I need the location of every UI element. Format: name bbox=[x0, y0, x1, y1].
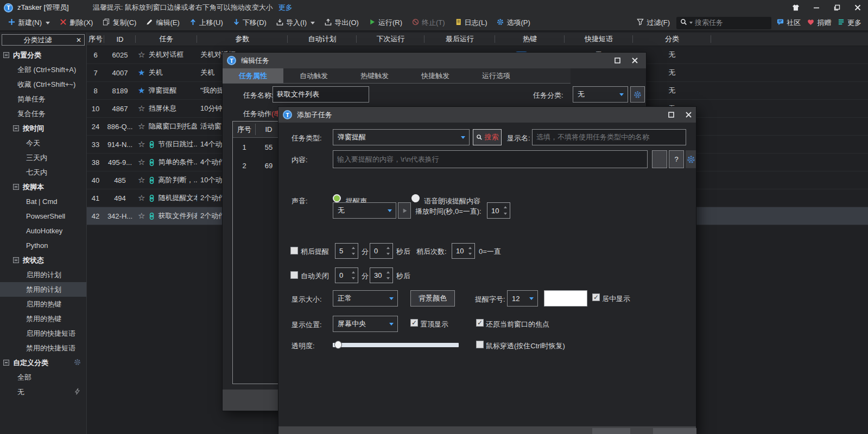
subtask-dialog-maximize-button[interactable] bbox=[665, 110, 677, 120]
play-sound-button[interactable] bbox=[398, 202, 411, 219]
sound-tts-radio[interactable] bbox=[411, 194, 420, 202]
sidebar-item-全部[interactable]: 全部 bbox=[0, 370, 86, 385]
toolbar-export-button[interactable]: 导出(O) bbox=[320, 15, 364, 30]
favorite-star-icon[interactable]: ☆ bbox=[138, 157, 145, 167]
display-size-dropdown[interactable]: 正常 bbox=[333, 290, 398, 307]
center-display-checkbox[interactable]: ✓ bbox=[592, 293, 600, 301]
collapse-icon[interactable] bbox=[3, 52, 9, 58]
sidebar-item-自定义分类[interactable]: 自定义分类 bbox=[0, 355, 86, 370]
toolbar-stop-button[interactable]: 终止(T) bbox=[407, 15, 450, 30]
minimize-button[interactable] bbox=[806, 0, 827, 15]
sidebar-item-按状态[interactable]: 按状态 bbox=[0, 253, 86, 267]
favorite-star-icon[interactable]: ☆ bbox=[138, 211, 145, 221]
column-header-下次运行[interactable]: 下次运行 bbox=[357, 33, 425, 46]
sidebar-item-收藏-Ctrl-Shift-[interactable]: 收藏 (Ctrl+Shift+~) bbox=[0, 77, 86, 92]
toolbar-more-button[interactable]: 更多 bbox=[834, 18, 865, 28]
mouse-through-checkbox[interactable] bbox=[476, 341, 484, 348]
favorite-star-icon[interactable]: ☆ bbox=[138, 122, 145, 131]
content-extra-button[interactable] bbox=[652, 150, 667, 168]
content-help-button[interactable]: ? bbox=[669, 150, 684, 168]
tip-more-link[interactable]: 更多 bbox=[278, 3, 293, 12]
sidebar-item-七天内[interactable]: 七天内 bbox=[0, 165, 86, 180]
tab-运行选项[interactable]: 运行选项 bbox=[466, 68, 527, 83]
column-header-ID[interactable]: ID bbox=[104, 33, 136, 46]
sidebar-item-简单任务[interactable]: 简单任务 bbox=[0, 92, 86, 106]
footer-button[interactable] bbox=[653, 428, 696, 434]
actions-column-序号[interactable]: 序号 bbox=[233, 122, 256, 137]
column-header-自动计划[interactable]: 自动计划 bbox=[288, 33, 357, 46]
collapse-icon[interactable] bbox=[13, 125, 19, 131]
autoclose-min-spinner[interactable]: 0 bbox=[335, 267, 358, 283]
sidebar-item-按脚本[interactable]: 按脚本 bbox=[0, 180, 86, 194]
opacity-slider-thumb[interactable] bbox=[334, 341, 342, 349]
tab-任务属性[interactable]: 任务属性 bbox=[223, 68, 283, 83]
sidebar-item-启用的热键[interactable]: 启用的热键 bbox=[0, 297, 86, 311]
tab-自动触发[interactable]: 自动触发 bbox=[283, 68, 344, 83]
sidebar-item-内置分类[interactable]: 内置分类 bbox=[0, 48, 86, 62]
collapse-icon[interactable] bbox=[13, 184, 19, 190]
autoclose-sec-spinner[interactable]: 30 bbox=[370, 267, 393, 283]
theme-icon[interactable] bbox=[785, 0, 806, 15]
search-type-button[interactable]: 搜索 bbox=[473, 129, 502, 145]
restore-focus-checkbox[interactable]: ✓ bbox=[476, 319, 484, 327]
toolbar-new-button[interactable]: 新建(N) bbox=[3, 15, 55, 30]
sidebar-item-Python[interactable]: Python bbox=[0, 238, 86, 253]
sound-beep-radio[interactable] bbox=[333, 194, 341, 202]
task-type-dropdown[interactable]: 弹窗提醒 bbox=[333, 129, 470, 145]
toolbar-donate-button[interactable]: 捐赠 bbox=[804, 18, 834, 28]
auto-close-checkbox[interactable] bbox=[290, 271, 298, 279]
sidebar-item-Bat-Cmd[interactable]: Bat | Cmd bbox=[0, 194, 86, 209]
toolbar-move-up-button[interactable]: 上移(U) bbox=[185, 15, 228, 30]
column-header-热键[interactable]: 热键 bbox=[495, 33, 565, 46]
toolbar-options-button[interactable]: 选项(P) bbox=[492, 15, 535, 30]
favorite-star-filled-icon[interactable]: ★ bbox=[138, 68, 145, 78]
sidebar-item-全部-Ctrl-Shift-A-[interactable]: 全部 (Ctrl+Shift+A) bbox=[0, 62, 86, 77]
opacity-slider[interactable] bbox=[333, 343, 459, 347]
actions-column-ID[interactable]: ID bbox=[256, 122, 282, 137]
sidebar-item-PowserShell[interactable]: PowserShell bbox=[0, 209, 86, 224]
sidebar-item-复合任务[interactable]: 复合任务 bbox=[0, 106, 86, 121]
toolbar-move-down-button[interactable]: 下移(D) bbox=[228, 15, 271, 30]
favorite-star-filled-icon[interactable]: ★ bbox=[138, 86, 145, 95]
collapse-icon[interactable] bbox=[3, 360, 9, 366]
filter-button[interactable]: 过滤(F) bbox=[632, 18, 674, 28]
sidebar-item-今天[interactable]: 今天 bbox=[0, 136, 86, 150]
font-size-dropdown[interactable]: 12 bbox=[507, 290, 538, 307]
sidebar-item-禁用的热键[interactable]: 禁用的热键 bbox=[0, 311, 86, 326]
footer-button[interactable] bbox=[592, 428, 630, 434]
favorite-star-icon[interactable]: ☆ bbox=[138, 104, 145, 113]
column-header-序号[interactable]: 序号 bbox=[87, 33, 104, 46]
font-color-swatch[interactable] bbox=[544, 290, 587, 307]
toolbar-copy-button[interactable]: 复制(C) bbox=[98, 15, 141, 30]
column-header-最后运行[interactable]: 最后运行 bbox=[425, 33, 495, 46]
sound-dropdown[interactable]: 无 bbox=[333, 202, 396, 219]
toolbar-community-button[interactable]: 社区 bbox=[774, 18, 804, 28]
toolbar-edit-button[interactable]: 编辑(E) bbox=[141, 15, 184, 30]
task-category-dropdown[interactable]: 无 bbox=[573, 86, 628, 103]
task-name-input[interactable]: 获取文件列表 bbox=[273, 86, 369, 103]
toolbar-run-button[interactable]: 运行(R) bbox=[364, 15, 407, 30]
sidebar-item-AutoHotkey[interactable]: AutoHotkey bbox=[0, 224, 86, 238]
remind-later-checkbox[interactable] bbox=[290, 247, 298, 254]
favorite-star-icon[interactable]: ☆ bbox=[138, 139, 145, 149]
toolbar-import-button[interactable]: 导入(I) bbox=[271, 15, 320, 30]
category-gear-button[interactable] bbox=[630, 86, 645, 103]
later-min-spinner[interactable]: 5 bbox=[335, 243, 358, 259]
maximize-button[interactable] bbox=[827, 0, 847, 15]
content-gear-button[interactable] bbox=[686, 150, 696, 168]
column-header-任务[interactable]: 任务 bbox=[136, 33, 197, 46]
toolbar-delete-button[interactable]: 删除(X) bbox=[55, 15, 98, 30]
column-header-参数[interactable]: 参数 bbox=[197, 33, 288, 46]
sidebar-item-启用的快捷短语[interactable]: 启用的快捷短语 bbox=[0, 326, 86, 341]
sidebar-item-禁用的快捷短语[interactable]: 禁用的快捷短语 bbox=[0, 341, 86, 355]
toolbar-log-button[interactable]: 日志(L) bbox=[450, 15, 492, 30]
edit-dialog-close-button[interactable] bbox=[629, 55, 641, 66]
subtask-dialog-close-button[interactable] bbox=[682, 110, 694, 120]
play-time-spinner[interactable]: 10 bbox=[487, 202, 510, 219]
sidebar-item-禁用的计划[interactable]: 禁用的计划 bbox=[0, 282, 86, 297]
column-header-快捷短语[interactable]: 快捷短语 bbox=[565, 33, 633, 46]
later-sec-spinner[interactable]: 0 bbox=[370, 243, 393, 259]
favorite-star-icon[interactable]: ☆ bbox=[138, 175, 145, 185]
collapse-icon[interactable] bbox=[13, 257, 19, 263]
later-count-spinner[interactable]: 10 bbox=[452, 243, 475, 259]
